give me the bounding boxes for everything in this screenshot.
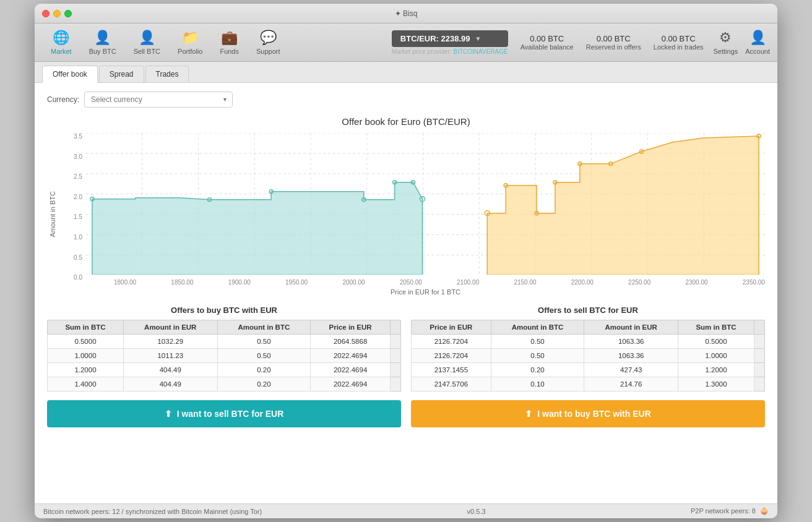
buy-col-amount-eur: Amount in EUR [123,320,217,335]
buy-table-wrap: Sum in BTC Amount in EUR Amount in BTC P… [47,320,401,392]
buy-offers-table: Sum in BTC Amount in EUR Amount in BTC P… [47,320,401,392]
portfolio-icon: 📁 [182,30,199,46]
table-row[interactable]: 1.4000404.490.202022.4694 [48,377,401,392]
action-buttons: ⬆ I want to sell BTC for EUR ⬆ I want to… [47,400,765,427]
buy-btc-icon: 👤 [94,30,111,46]
nav-portfolio[interactable]: 📁 Portfolio [169,27,211,58]
sell-scrollbar-header [754,320,765,335]
settings-button[interactable]: ⚙ Settings [714,30,738,55]
nav-market[interactable]: 🌐 Market [42,27,80,58]
nav-items: 🌐 Market 👤 Buy BTC 👤 Sell BTC 📁 Portfoli… [42,27,384,58]
account-button[interactable]: 👤 Account [745,30,770,55]
window-title: ✦ Bisq [395,9,418,18]
sell-col-amount-btc: Amount in BTC [491,320,584,335]
sell-button[interactable]: ⬆ I want to sell BTC for EUR [47,400,401,427]
table-row[interactable]: 2126.72040.501063.360.5000 [412,335,765,349]
y-axis: 3.5 3.0 2.5 2.0 1.5 1.0 0.5 0.0 [58,133,86,296]
table-row[interactable]: 2126.72040.501063.361.0000 [412,349,765,363]
content-area: Currency: Select currency Offer book for… [35,83,777,503]
reserved-in-offers: 0.00 BTC Reserved in offers [586,34,641,51]
buy-col-amount-btc: Amount in BTC [217,320,311,335]
nav-support[interactable]: 💬 Support [248,27,289,58]
chart-title: Offer book for Euro (BTC/EUR) [47,116,765,127]
price-dropdown-arrow: ▼ [475,35,482,42]
support-icon: 💬 [260,30,277,46]
titlebar: ✦ Bisq [35,4,777,24]
x-axis-label: Price in EUR for 1 BTC [86,288,765,296]
sell-offers-section: Offers to sell BTC for EUR Price in EUR … [411,306,765,392]
buy-offers-section: Offers to buy BTC with EUR Sum in BTC Am… [47,306,401,392]
main-window: ✦ Bisq 🌐 Market 👤 Buy BTC 👤 Sell BTC 📁 P… [35,4,777,518]
tor-icon: 🧅 [760,507,769,515]
toolbar-right: ⚙ Settings 👤 Account [714,30,771,55]
status-right: P2P network peers: 8 🧅 [691,507,769,515]
traffic-lights [42,10,72,17]
buy-button-label: I want to buy BTC with EUR [537,409,651,419]
table-row[interactable]: 1.2000404.490.202022.4694 [48,363,401,377]
table-row[interactable]: 0.50001032.290.502064.5868 [48,335,401,349]
sell-col-sum-btc: Sum in BTC [678,320,754,335]
balance-section: 0.00 BTC Available balance 0.00 BTC Rese… [520,34,704,51]
chart-area [86,133,765,276]
sell-col-price-eur: Price in EUR [412,320,491,335]
table-row[interactable]: 1.00001011.230.502022.4694 [48,349,401,363]
sell-offers-table: Price in EUR Amount in BTC Amount in EUR… [411,320,765,392]
nav-buy-btc[interactable]: 👤 Buy BTC [80,27,125,58]
buy-icon: ⬆ [525,409,532,419]
sell-col-amount-eur: Amount in EUR [584,320,678,335]
buy-button[interactable]: ⬆ I want to buy BTC with EUR [411,400,765,427]
currency-label: Currency: [47,95,79,104]
market-provider: Market price provider: BITCOINAVERAGE [392,48,508,55]
x-axis: 1800.00 1850.00 1900.00 1950.00 2000.00 … [86,276,765,286]
tab-offer-book[interactable]: Offer book [42,66,98,83]
sell-offers-title: Offers to sell BTC for EUR [411,306,765,315]
settings-icon: ⚙ [719,30,732,46]
currency-select[interactable]: Select currency [84,92,233,108]
price-value: BTC/EUR: 2238.99 [400,34,470,43]
svg-marker-27 [487,136,759,275]
buy-offers-title: Offers to buy BTC with EUR [47,306,401,315]
statusbar: Bitcoin network peers: 12 / synchronized… [35,503,777,518]
currency-select-wrapper: Select currency [84,92,233,108]
chart-container: Offer book for Euro (BTC/EUR) Amount in … [47,116,765,296]
price-ticker[interactable]: BTC/EUR: 2238.99 ▼ [392,30,508,47]
nav-funds[interactable]: 💼 Funds [211,27,248,58]
buy-col-sum-btc: Sum in BTC [48,320,124,335]
sell-btc-icon: 👤 [139,30,155,46]
available-balance: 0.00 BTC Available balance [520,34,574,51]
funds-icon: 💼 [221,30,238,46]
table-row[interactable]: 2137.14550.20427.431.2000 [412,363,765,377]
table-row[interactable]: 2147.57060.10214.761.3000 [412,377,765,392]
status-center: v0.5.3 [467,508,486,515]
tabs-bar: Offer book Spread Trades [35,62,777,83]
close-button[interactable] [42,10,50,17]
sell-icon: ⬆ [165,409,172,419]
offers-section: Offers to buy BTC with EUR Sum in BTC Am… [47,306,765,392]
buy-col-price-eur: Price in EUR [311,320,391,335]
sell-button-label: I want to sell BTC for EUR [177,409,284,419]
buy-scrollbar-header [391,320,401,335]
y-axis-label: Amount in BTC [49,191,56,237]
status-left: Bitcoin network peers: 12 / synchronized… [43,508,262,515]
currency-row: Currency: Select currency [47,92,765,108]
sell-table-wrap: Price in EUR Amount in BTC Amount in EUR… [411,320,765,392]
minimize-button[interactable] [53,10,61,17]
toolbar: 🌐 Market 👤 Buy BTC 👤 Sell BTC 📁 Portfoli… [35,24,777,62]
tab-spread[interactable]: Spread [99,66,144,82]
tab-trades[interactable]: Trades [145,66,189,82]
chart-svg [86,133,765,275]
svg-marker-19 [92,182,423,275]
market-icon: 🌐 [53,30,69,46]
account-icon: 👤 [749,30,766,46]
locked-in-trades: 0.00 BTC Locked in trades [654,34,704,51]
maximize-button[interactable] [64,10,72,17]
nav-sell-btc[interactable]: 👤 Sell BTC [125,27,169,58]
